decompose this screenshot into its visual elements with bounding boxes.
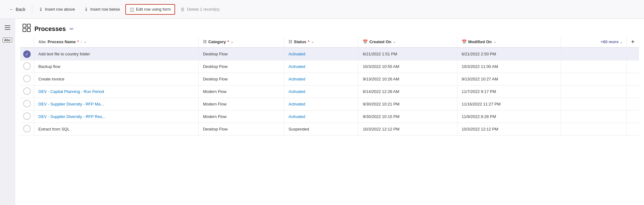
abc-tag: Abc [3, 38, 12, 43]
row-checkbox-unchecked[interactable] [23, 75, 31, 82]
row-checkbox-unchecked[interactable] [23, 100, 31, 107]
row-process-name[interactable]: Add text file to country folder [34, 48, 198, 60]
row-process-name[interactable]: DEV - Supplier Diversity - RFP Ma... [34, 98, 198, 110]
table-header-row: Abc Process Name * ↑ ⌄ ☷ Category [20, 36, 639, 48]
row-add-cell [626, 110, 639, 123]
row-check-cell[interactable]: ✓ [20, 48, 34, 60]
row-check-cell[interactable] [20, 123, 34, 136]
row-status: Activated [284, 110, 358, 123]
back-icon: ← [9, 7, 14, 12]
row-check-cell[interactable] [20, 60, 34, 73]
svg-rect-1 [5, 27, 10, 28]
more-columns-chevron: ⌄ [620, 40, 623, 44]
row-check-cell[interactable] [20, 110, 34, 123]
row-checkbox-unchecked[interactable] [23, 125, 31, 132]
created-on-col-icon: 📅 [363, 39, 368, 44]
row-add-cell [626, 123, 639, 136]
category-col-icon: ☷ [203, 39, 207, 44]
toolbar: ← Back ⇓ Insert row above ⇓ Insert row b… [0, 0, 644, 19]
row-category: Desktop Flow [198, 123, 284, 136]
modified-on-chevron: ⌄ [493, 40, 496, 44]
insert-row-above-button[interactable]: ⇓ Insert row above [35, 4, 79, 14]
col-header-status[interactable]: ☷ Status * ⌄ [284, 36, 358, 48]
col-header-modified-on[interactable]: 📅 Modified On ⌄ [457, 36, 561, 48]
row-status: Activated [284, 85, 358, 98]
col-header-created-on[interactable]: 📅 Created On ⌄ [358, 36, 457, 48]
row-status: Activated [284, 73, 358, 85]
row-check-cell[interactable] [20, 85, 34, 98]
row-created-on: 10/3/2022 12:12 PM [358, 123, 457, 136]
row-more-cell [561, 73, 626, 85]
col-header-add[interactable]: + [626, 36, 639, 48]
row-category: Desktop Flow [198, 73, 284, 85]
row-process-name[interactable]: Create invoice [34, 73, 198, 85]
row-process-name[interactable]: DEV - Capital Planning - Run Period [34, 85, 198, 98]
status-value: Activated [288, 102, 305, 106]
row-created-on: 9/30/2022 10:21 PM [358, 98, 457, 110]
separator-1 [32, 5, 32, 14]
table-row: Extract from SQLDesktop FlowSuspended10/… [20, 123, 639, 136]
row-process-name[interactable]: DEV - Supplier Diversity - RFP Res... [34, 110, 198, 123]
row-checkbox-unchecked[interactable] [23, 87, 31, 95]
main-container: Abc Processes ✏ [0, 19, 644, 205]
col-header-process-name[interactable]: Abc Process Name * ↑ ⌄ [34, 36, 198, 48]
processes-grid-icon [23, 24, 31, 34]
add-column-icon: + [631, 38, 635, 45]
col-label-created-on: Created On [369, 39, 391, 44]
row-category: Desktop Flow [198, 48, 284, 60]
edit-row-form-button[interactable]: ◫ Edit row using form [125, 4, 175, 15]
insert-below-icon: ⇓ [84, 7, 88, 12]
col-header-category[interactable]: ☷ Category * ⌄ [198, 36, 284, 48]
row-modified-on: 6/21/2022 2:50 PM [457, 48, 561, 60]
row-modified-on: 10/3/2022 11:00 AM [457, 60, 561, 73]
insert-row-below-button[interactable]: ⇓ Insert row below [80, 4, 124, 14]
svg-rect-4 [27, 24, 30, 27]
created-on-chevron: ⌄ [393, 40, 396, 44]
insert-below-label: Insert row below [90, 7, 120, 12]
category-chevron: ⌄ [231, 40, 233, 44]
process-name-required: * [77, 39, 79, 44]
svg-rect-5 [23, 28, 26, 32]
row-more-cell [561, 110, 626, 123]
status-value: Activated [288, 64, 305, 69]
table-row: DEV - Capital Planning - Run PeriodModer… [20, 85, 639, 98]
edit-title-icon[interactable]: ✏ [70, 26, 74, 32]
edit-form-icon: ◫ [130, 7, 134, 12]
delete-record-button[interactable]: 🗑 Delete 1 record(s) [176, 4, 224, 14]
row-more-cell [561, 60, 626, 73]
row-process-name[interactable]: Backup flow [34, 60, 198, 73]
table-row: Create invoiceDesktop FlowActivated9/13/… [20, 73, 639, 85]
status-value: Activated [288, 114, 305, 119]
status-value: Activated [288, 77, 305, 81]
col-label-category: Category [208, 39, 226, 44]
row-category: Desktop Flow [198, 60, 284, 73]
process-name-link[interactable]: DEV - Supplier Diversity - RFP Res... [39, 114, 106, 119]
status-value: Suspended [288, 127, 309, 131]
row-category: Modern Flow [198, 98, 284, 110]
row-created-on: 10/3/2022 10:55 AM [358, 60, 457, 73]
row-check-cell[interactable] [20, 98, 34, 110]
row-check-cell[interactable] [20, 73, 34, 85]
status-chevron: ⌄ [311, 40, 314, 44]
row-add-cell [626, 85, 639, 98]
svg-rect-2 [5, 29, 10, 30]
row-modified-on: 11/7/2022 9:17 PM [457, 85, 561, 98]
col-header-more[interactable]: +60 more ⌄ [561, 36, 626, 48]
row-modified-on: 11/9/2022 8:28 PM [457, 110, 561, 123]
process-name-link[interactable]: DEV - Capital Planning - Run Period [39, 89, 104, 94]
process-name-link[interactable]: DEV - Supplier Diversity - RFP Ma... [39, 102, 104, 106]
row-checkbox-unchecked[interactable] [23, 62, 31, 70]
row-checkbox-unchecked[interactable] [23, 112, 31, 120]
modified-on-col-icon: 📅 [462, 39, 467, 44]
insert-above-icon: ⇓ [39, 7, 43, 12]
row-checkbox-checked[interactable]: ✓ [23, 50, 31, 58]
hamburger-menu-icon[interactable] [3, 23, 13, 33]
insert-above-label: Insert row above [45, 7, 75, 12]
back-button[interactable]: ← Back [5, 4, 29, 14]
row-add-cell [626, 48, 639, 60]
row-created-on: 6/21/2022 1:51 PM [358, 48, 457, 60]
row-process-name[interactable]: Extract from SQL [34, 123, 198, 136]
row-created-on: 9/30/2022 10:15 PM [358, 110, 457, 123]
row-status: Activated [284, 98, 358, 110]
row-category: Modern Flow [198, 110, 284, 123]
